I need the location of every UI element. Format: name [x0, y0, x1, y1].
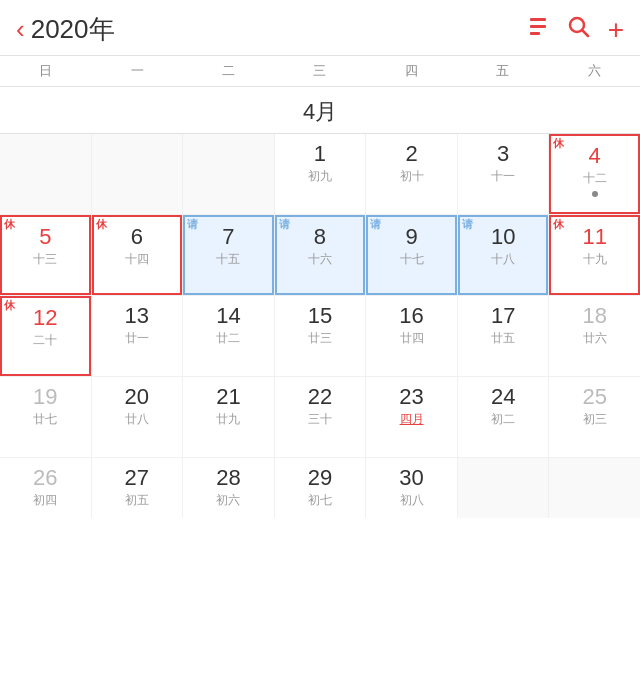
table-row[interactable]: 3 十一: [458, 134, 549, 214]
dow-mon: 一: [91, 56, 182, 86]
table-row[interactable]: 18 廿六: [549, 296, 640, 376]
day-of-week-row: 日 一 二 三 四 五 六: [0, 55, 640, 87]
dow-fri: 五: [457, 56, 548, 86]
calendar-grid: 1 初九 2 初十 3 十一 休 4 十二 休 5 十三 休 6 十四 请 7 …: [0, 133, 640, 518]
table-row[interactable]: 请 7 十五: [183, 215, 274, 295]
table-row[interactable]: 22 三十: [275, 377, 366, 457]
qing-badge: 请: [370, 219, 381, 230]
today-indicator: [592, 191, 598, 197]
holiday-badge: 休: [96, 219, 107, 230]
table-row[interactable]: 29 初七: [275, 458, 366, 518]
dow-tue: 二: [183, 56, 274, 86]
table-row[interactable]: [92, 134, 183, 214]
header-left: ‹ 2020年: [16, 12, 115, 47]
svg-rect-2: [530, 32, 540, 35]
table-row[interactable]: 休 5 十三: [0, 215, 91, 295]
search-icon[interactable]: [568, 16, 590, 44]
year-label: 2020年: [31, 12, 115, 47]
qing-badge: 请: [187, 219, 198, 230]
dow-sat: 六: [549, 56, 640, 86]
table-row[interactable]: 15 廿三: [275, 296, 366, 376]
holiday-badge: 休: [4, 219, 15, 230]
table-row[interactable]: 19 廿七: [0, 377, 91, 457]
table-row[interactable]: 20 廿八: [92, 377, 183, 457]
table-row[interactable]: 1 初九: [275, 134, 366, 214]
table-row[interactable]: 请 8 十六: [275, 215, 366, 295]
list-icon[interactable]: [526, 17, 550, 43]
holiday-badge: 休: [4, 300, 15, 311]
back-button[interactable]: ‹: [16, 14, 25, 45]
add-icon[interactable]: +: [608, 14, 624, 46]
svg-rect-1: [530, 25, 546, 28]
table-row[interactable]: 2 初十: [366, 134, 457, 214]
table-row[interactable]: 26 初四: [0, 458, 91, 518]
table-row[interactable]: 25 初三: [549, 377, 640, 457]
table-row[interactable]: 28 初六: [183, 458, 274, 518]
header-icons: +: [526, 14, 624, 46]
table-row[interactable]: 休 4 十二: [549, 134, 640, 214]
table-row[interactable]: [458, 458, 549, 518]
svg-rect-0: [530, 18, 546, 21]
table-row[interactable]: 休 12 二十: [0, 296, 91, 376]
table-row[interactable]: 30 初八: [366, 458, 457, 518]
holiday-badge: 休: [553, 219, 564, 230]
table-row[interactable]: 27 初五: [92, 458, 183, 518]
table-row[interactable]: 23 四月: [366, 377, 457, 457]
table-row[interactable]: 请 9 十七: [366, 215, 457, 295]
svg-line-4: [582, 30, 588, 36]
table-row[interactable]: 13 廿一: [92, 296, 183, 376]
table-row[interactable]: [0, 134, 91, 214]
table-row[interactable]: 休 11 十九: [549, 215, 640, 295]
table-row[interactable]: 17 廿五: [458, 296, 549, 376]
table-row[interactable]: [549, 458, 640, 518]
calendar-header: ‹ 2020年 +: [0, 0, 640, 55]
qing-badge: 请: [462, 219, 473, 230]
dow-thu: 四: [366, 56, 457, 86]
table-row[interactable]: 24 初二: [458, 377, 549, 457]
table-row[interactable]: 14 廿二: [183, 296, 274, 376]
table-row[interactable]: 16 廿四: [366, 296, 457, 376]
table-row[interactable]: [183, 134, 274, 214]
table-row[interactable]: 休 6 十四: [92, 215, 183, 295]
dow-wed: 三: [274, 56, 365, 86]
dow-sun: 日: [0, 56, 91, 86]
qing-badge: 请: [279, 219, 290, 230]
holiday-badge: 休: [553, 138, 564, 149]
table-row[interactable]: 21 廿九: [183, 377, 274, 457]
month-title: 4月: [0, 87, 640, 133]
table-row[interactable]: 请 10 十八: [458, 215, 549, 295]
